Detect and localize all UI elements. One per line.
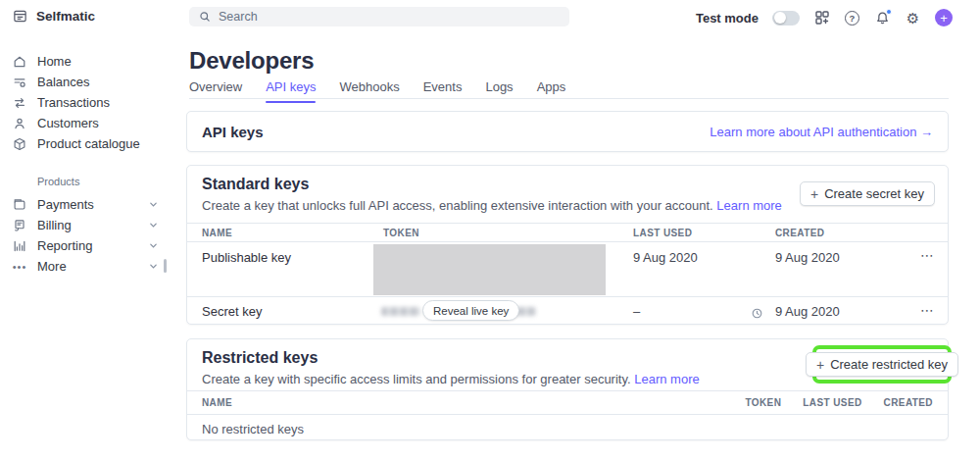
row-overflow-menu[interactable]: ⋯ xyxy=(920,247,935,263)
payments-icon xyxy=(12,197,27,213)
tab-bar: Overview API keys Webhooks Events Logs A… xyxy=(189,79,565,103)
apps-grid-icon[interactable] xyxy=(813,10,830,26)
sidebar: Selfmatic Home Balances Transactions Cus… xyxy=(0,0,172,461)
sidebar-item-label: More xyxy=(37,259,67,274)
sidebar-section-products: Products xyxy=(37,176,166,187)
create-secret-key-button[interactable]: + Create secret key xyxy=(800,181,935,206)
sidebar-item-payments[interactable]: Payments xyxy=(12,194,166,215)
key-name: Publishable key xyxy=(202,250,291,265)
restricted-keys-title: Restricted keys xyxy=(202,349,318,367)
button-label: Create secret key xyxy=(824,186,924,201)
chevron-down-icon xyxy=(149,200,158,209)
sidebar-item-label: Customers xyxy=(37,116,99,130)
sidebar-item-balances[interactable]: Balances xyxy=(12,72,166,92)
rotation-clock-icon xyxy=(752,305,762,323)
sidebar-item-customers[interactable]: Customers xyxy=(12,113,166,133)
sidebar-item-billing[interactable]: Billing xyxy=(12,215,166,235)
reporting-icon xyxy=(12,238,27,254)
brand[interactable]: Selfmatic xyxy=(12,8,95,24)
blurred-token-left xyxy=(381,307,420,316)
col-name: NAME xyxy=(202,397,723,408)
redacted-token-box xyxy=(373,244,606,295)
tab-events[interactable]: Events xyxy=(423,79,463,103)
button-label: Create restricted key xyxy=(830,357,948,372)
sidebar-item-product-catalogue[interactable]: Product catalogue xyxy=(12,133,166,154)
row-overflow-menu[interactable]: ⋯ xyxy=(920,302,935,318)
settings-gear-icon[interactable]: ⚙ xyxy=(905,10,921,26)
topbar: Test mode ? ⚙ + xyxy=(172,0,980,35)
tab-apps[interactable]: Apps xyxy=(537,79,566,103)
create-restricted-key-button[interactable]: + Create restricted key xyxy=(806,352,958,377)
standard-keys-table-header: NAME TOKEN LAST USED CREATED xyxy=(187,223,948,242)
created-value: 9 Aug 2020 xyxy=(775,250,840,265)
col-created: CREATED xyxy=(775,228,824,238)
toggle-knob xyxy=(774,12,786,24)
sidebar-item-label: Transactions xyxy=(37,95,110,110)
col-token: TOKEN xyxy=(383,228,419,238)
page-title: Developers xyxy=(189,47,314,75)
search-input[interactable] xyxy=(219,10,562,24)
more-icon: ••• xyxy=(12,259,27,275)
last-used-value: – xyxy=(633,304,640,319)
standard-keys-learn-more-link[interactable]: Learn more xyxy=(716,198,781,213)
help-icon[interactable]: ? xyxy=(844,10,860,26)
reveal-live-key-button[interactable]: Reveal live key xyxy=(422,300,519,321)
question-mark: ? xyxy=(845,11,859,26)
api-auth-learn-more-link[interactable]: Learn more about API authentication → xyxy=(710,125,933,139)
search-bar[interactable] xyxy=(189,7,569,26)
table-row-publishable-key[interactable]: Publishable key 9 Aug 2020 9 Aug 2020 ⋯ xyxy=(187,242,948,297)
annotation-highlight-box: + Create restricted key xyxy=(812,345,952,384)
col-name: NAME xyxy=(202,228,232,238)
main-content: Developers Overview API keys Webhooks Ev… xyxy=(172,35,980,461)
tab-api-keys[interactable]: API keys xyxy=(266,79,316,103)
sidebar-item-label: Product catalogue xyxy=(37,136,140,151)
app-window: Selfmatic Home Balances Transactions Cus… xyxy=(0,0,980,461)
standard-keys-title: Standard keys xyxy=(202,176,309,193)
search-icon xyxy=(197,9,213,25)
sidebar-item-home[interactable]: Home xyxy=(12,51,166,72)
tabs-divider xyxy=(189,98,949,99)
customers-icon xyxy=(12,116,27,131)
product-catalogue-icon xyxy=(12,136,27,152)
chevron-down-icon xyxy=(149,262,158,271)
sidebar-item-transactions[interactable]: Transactions xyxy=(12,92,166,113)
key-name: Secret key xyxy=(202,304,262,319)
sidebar-item-reporting[interactable]: Reporting xyxy=(12,235,166,256)
restricted-keys-description: Create a key with specific access limits… xyxy=(202,372,700,386)
description-text: Create a key with specific access limits… xyxy=(202,372,631,386)
tab-webhooks[interactable]: Webhooks xyxy=(339,79,399,103)
sidebar-scrollbar-thumb[interactable] xyxy=(164,259,167,273)
sidebar-item-label: Reporting xyxy=(37,238,92,253)
sidebar-item-more[interactable]: ••• More xyxy=(12,256,166,277)
notifications-bell-icon[interactable] xyxy=(874,10,891,26)
col-last-used: LAST USED xyxy=(803,397,861,408)
balances-icon xyxy=(12,75,27,90)
brand-logo-icon xyxy=(12,8,27,24)
api-keys-card: API keys Learn more about API authentica… xyxy=(186,111,949,152)
api-keys-title: API keys xyxy=(202,124,264,140)
transactions-icon xyxy=(12,95,27,111)
table-row-secret-key[interactable]: Secret key Reveal live key – 9 Aug 2020 … xyxy=(187,297,948,326)
description-text: Create a key that unlocks full API acces… xyxy=(202,198,713,213)
notification-dot xyxy=(886,9,892,15)
col-token: TOKEN xyxy=(745,397,781,408)
sidebar-nav: Home Balances Transactions Customers Pro… xyxy=(12,51,166,277)
sidebar-item-label: Payments xyxy=(37,197,94,212)
topbar-actions: Test mode ? ⚙ + xyxy=(696,0,953,35)
created-value: 9 Aug 2020 xyxy=(775,304,840,319)
test-mode-toggle[interactable] xyxy=(772,11,800,26)
standard-keys-card: Standard keys Create a key that unlocks … xyxy=(186,165,949,325)
restricted-keys-learn-more-link[interactable]: Learn more xyxy=(634,372,699,386)
plus-icon: + xyxy=(810,186,818,202)
restricted-keys-table-header: NAME TOKEN LAST USED CREATED xyxy=(187,390,948,415)
tab-logs[interactable]: Logs xyxy=(485,79,513,103)
tab-overview[interactable]: Overview xyxy=(189,79,242,103)
chevron-down-icon xyxy=(149,241,158,250)
billing-icon xyxy=(12,218,27,233)
last-used-value: 9 Aug 2020 xyxy=(633,250,698,265)
create-avatar-button[interactable]: + xyxy=(935,9,953,26)
test-mode-label: Test mode xyxy=(696,11,759,26)
brand-name: Selfmatic xyxy=(36,9,95,24)
sidebar-item-label: Billing xyxy=(37,218,72,232)
home-icon xyxy=(12,54,27,70)
